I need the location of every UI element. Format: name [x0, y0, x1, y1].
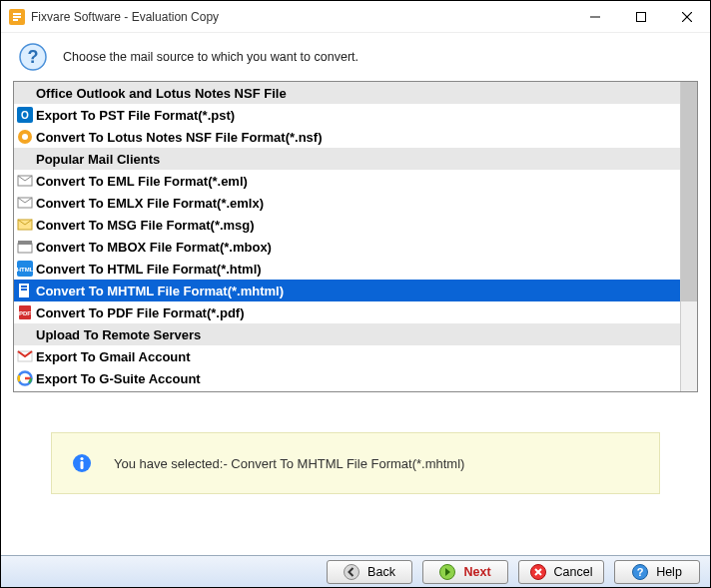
- list-item[interactable]: Convert To MSG File Format(*.msg): [14, 214, 680, 236]
- cancel-icon: [530, 564, 546, 580]
- gsuite-icon: [17, 370, 33, 386]
- help-label: Help: [656, 565, 682, 579]
- footer: Back Next Cancel ? Help: [1, 555, 710, 587]
- list-item[interactable]: Convert To MHTML File Format(*.mhtml): [14, 280, 680, 301]
- svg-rect-19: [21, 286, 27, 288]
- section-header-label: Office Outlook and Lotus Notes NSF File: [36, 86, 287, 101]
- header: ? Choose the mail source to which you wa…: [1, 33, 710, 81]
- minimize-button[interactable]: [572, 1, 618, 33]
- list-item-label: Convert To Lotus Notes NSF File Format(*…: [36, 130, 323, 145]
- list-item[interactable]: Export To Gmail Account: [14, 345, 680, 367]
- list-item[interactable]: Convert To EML File Format(*.eml): [14, 170, 680, 192]
- list-item-label: Export To Gmail Account: [36, 349, 191, 364]
- back-button[interactable]: Back: [327, 560, 412, 584]
- list-item-label: Convert To EML File Format(*.eml): [36, 174, 248, 189]
- list-item[interactable]: Convert To EMLX File Format(*.emlx): [14, 192, 680, 214]
- next-button[interactable]: Next: [422, 560, 508, 584]
- question-icon: ?: [19, 43, 47, 71]
- info-icon: [72, 453, 92, 473]
- section-header-label: Upload To Remote Servers: [36, 327, 201, 342]
- svg-rect-27: [81, 461, 84, 469]
- titlebar: Fixvare Software - Evaluation Copy: [1, 1, 710, 33]
- list-section-header: Upload To Remote Servers: [14, 323, 680, 345]
- svg-text:?: ?: [637, 566, 644, 578]
- section-header-label: Popular Mail Clients: [36, 152, 160, 167]
- info-message: You have selected:- Convert To MHTML Fil…: [114, 456, 464, 471]
- svg-rect-14: [18, 244, 32, 253]
- list-section-header: Office Outlook and Lotus Notes NSF File: [14, 82, 680, 104]
- svg-text:?: ?: [28, 47, 39, 67]
- next-label: Next: [463, 565, 490, 579]
- eml-icon: [17, 173, 33, 189]
- list-item[interactable]: OExport To PST File Format(*.pst): [14, 104, 680, 126]
- list-item[interactable]: Convert To MBOX File Format(*.mbox): [14, 236, 680, 258]
- back-icon: [344, 564, 359, 580]
- list-item-label: Convert To MSG File Format(*.msg): [36, 218, 255, 233]
- list-item-label: Export To PST File Format(*.pst): [36, 108, 235, 123]
- cancel-button[interactable]: Cancel: [518, 560, 604, 584]
- nsf-icon: [17, 129, 33, 145]
- list-item[interactable]: Convert To Lotus Notes NSF File Format(*…: [14, 126, 680, 148]
- list-section-header: Popular Mail Clients: [14, 148, 680, 170]
- next-icon: [439, 564, 455, 580]
- list-item-label: Export To G-Suite Account: [36, 371, 201, 386]
- list-item-label: Convert To PDF File Format(*.pdf): [36, 305, 244, 320]
- list-item-label: Convert To HTML File Format(*.html): [36, 262, 262, 277]
- app-icon: [9, 9, 25, 25]
- close-button[interactable]: [664, 1, 710, 33]
- help-icon: ?: [632, 564, 648, 580]
- format-list: Office Outlook and Lotus Notes NSF FileO…: [13, 81, 698, 392]
- pdf-icon: PDF: [17, 304, 33, 320]
- svg-text:HTML: HTML: [17, 267, 33, 273]
- svg-rect-15: [18, 241, 32, 245]
- window-title: Fixvare Software - Evaluation Copy: [31, 10, 572, 24]
- info-box: You have selected:- Convert To MHTML Fil…: [51, 432, 660, 494]
- svg-text:PDF: PDF: [19, 310, 31, 316]
- emlx-icon: [17, 195, 33, 211]
- mbox-icon: [17, 239, 33, 255]
- list-item[interactable]: Export To G-Suite Account: [14, 367, 680, 389]
- gmail-icon: [17, 348, 33, 364]
- list-item-label: Convert To EMLX File Format(*.emlx): [36, 196, 264, 211]
- html-icon: HTML: [17, 261, 33, 277]
- window-controls: [572, 1, 710, 32]
- cancel-label: Cancel: [554, 565, 593, 579]
- svg-rect-20: [21, 289, 27, 291]
- scrollbar[interactable]: [680, 82, 697, 391]
- svg-rect-2: [637, 13, 646, 22]
- list-item[interactable]: PDFConvert To PDF File Format(*.pdf): [14, 301, 680, 323]
- svg-point-28: [345, 564, 359, 579]
- maximize-button[interactable]: [618, 1, 664, 33]
- svg-point-26: [80, 457, 83, 460]
- list-item-label: Convert To MBOX File Format(*.mbox): [36, 240, 272, 255]
- list-item[interactable]: HTMLConvert To HTML File Format(*.html): [14, 258, 680, 280]
- svg-text:O: O: [21, 110, 29, 121]
- svg-point-10: [22, 134, 28, 140]
- scrollbar-thumb[interactable]: [681, 82, 697, 301]
- mhtml-icon: [17, 283, 33, 298]
- header-prompt: Choose the mail source to which you want…: [63, 50, 358, 64]
- back-label: Back: [367, 565, 395, 579]
- list-item-label: Convert To MHTML File Format(*.mhtml): [36, 284, 284, 298]
- outlook-icon: O: [17, 107, 33, 123]
- msg-icon: [17, 217, 33, 233]
- help-button[interactable]: ? Help: [614, 560, 700, 584]
